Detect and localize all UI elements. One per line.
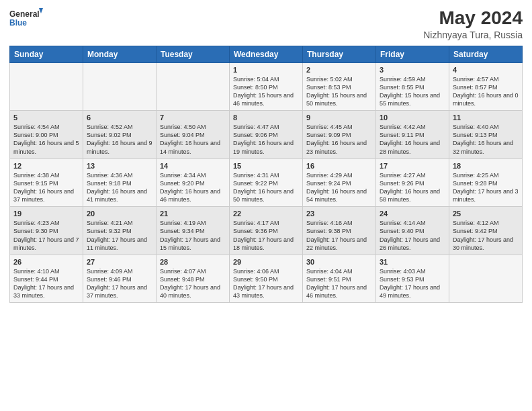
cell-content: Sunrise: 4:38 AM Sunset: 9:15 PM Dayligh… (13, 171, 79, 204)
calendar-body: 1Sunrise: 5:04 AM Sunset: 8:50 PM Daylig… (10, 62, 523, 303)
day-number: 27 (87, 258, 152, 266)
day-number: 6 (87, 113, 152, 122)
day-number: 1 (233, 66, 299, 74)
header-wednesday: Wednesday (230, 46, 303, 62)
calendar-cell: 5Sunrise: 4:54 AM Sunset: 9:00 PM Daylig… (10, 111, 83, 159)
day-number: 3 (380, 66, 445, 74)
calendar-cell: 3Sunrise: 4:59 AM Sunset: 8:55 PM Daylig… (376, 62, 449, 111)
calendar-week-5: 26Sunrise: 4:10 AM Sunset: 9:44 PM Dayli… (10, 255, 523, 303)
header-row: Sunday Monday Tuesday Wednesday Thursday… (10, 46, 523, 62)
cell-content: Sunrise: 4:12 AM Sunset: 9:42 PM Dayligh… (453, 219, 519, 252)
day-number: 30 (306, 258, 372, 266)
day-number: 21 (160, 210, 226, 218)
logo: General Blue (9, 7, 43, 32)
cell-content: Sunrise: 4:09 AM Sunset: 9:46 PM Dayligh… (87, 267, 152, 300)
calendar-cell (157, 62, 230, 111)
day-number: 23 (306, 210, 372, 218)
cell-content: Sunrise: 4:27 AM Sunset: 9:26 PM Dayligh… (380, 171, 445, 204)
day-number: 22 (233, 210, 299, 218)
cell-content: Sunrise: 4:40 AM Sunset: 9:13 PM Dayligh… (453, 123, 519, 156)
header: General Blue May 2024 Nizhnyaya Tura, Ru… (9, 7, 523, 40)
calendar-week-4: 19Sunrise: 4:23 AM Sunset: 9:30 PM Dayli… (10, 207, 523, 255)
page: General Blue May 2024 Nizhnyaya Tura, Ru… (0, 0, 532, 411)
svg-marker-2 (39, 8, 43, 13)
calendar-cell: 26Sunrise: 4:10 AM Sunset: 9:44 PM Dayli… (10, 255, 83, 303)
calendar-cell: 11Sunrise: 4:40 AM Sunset: 9:13 PM Dayli… (449, 111, 523, 159)
cell-content: Sunrise: 4:07 AM Sunset: 9:48 PM Dayligh… (160, 267, 226, 300)
day-number: 8 (233, 113, 299, 122)
logo-svg: General Blue (9, 7, 43, 32)
cell-content: Sunrise: 4:52 AM Sunset: 9:02 PM Dayligh… (87, 123, 152, 156)
calendar-table: Sunday Monday Tuesday Wednesday Thursday… (9, 46, 523, 304)
header-monday: Monday (83, 46, 157, 62)
header-friday: Friday (376, 46, 449, 62)
calendar-week-3: 12Sunrise: 4:38 AM Sunset: 9:15 PM Dayli… (10, 158, 523, 207)
cell-content: Sunrise: 4:42 AM Sunset: 9:11 PM Dayligh… (380, 123, 445, 156)
calendar-cell: 16Sunrise: 4:29 AM Sunset: 9:24 PM Dayli… (303, 158, 376, 207)
cell-content: Sunrise: 4:04 AM Sunset: 9:51 PM Dayligh… (306, 267, 372, 300)
calendar-cell: 29Sunrise: 4:06 AM Sunset: 9:50 PM Dayli… (230, 255, 303, 303)
calendar-week-1: 1Sunrise: 5:04 AM Sunset: 8:50 PM Daylig… (10, 62, 523, 111)
day-number: 28 (160, 258, 226, 266)
day-number: 15 (233, 162, 299, 170)
calendar-cell: 20Sunrise: 4:21 AM Sunset: 9:32 PM Dayli… (83, 207, 157, 255)
cell-content: Sunrise: 4:36 AM Sunset: 9:18 PM Dayligh… (87, 171, 152, 204)
calendar-cell (449, 255, 523, 303)
calendar-cell: 10Sunrise: 4:42 AM Sunset: 9:11 PM Dayli… (376, 111, 449, 159)
day-number: 4 (453, 66, 519, 74)
day-number: 17 (380, 162, 445, 170)
day-number: 11 (453, 113, 519, 122)
cell-content: Sunrise: 4:29 AM Sunset: 9:24 PM Dayligh… (306, 171, 372, 204)
cell-content: Sunrise: 4:34 AM Sunset: 9:20 PM Dayligh… (160, 171, 226, 204)
subtitle: Nizhnyaya Tura, Russia (423, 30, 523, 40)
cell-content: Sunrise: 4:21 AM Sunset: 9:32 PM Dayligh… (87, 219, 152, 252)
calendar-cell: 19Sunrise: 4:23 AM Sunset: 9:30 PM Dayli… (10, 207, 83, 255)
day-number: 16 (306, 162, 372, 170)
calendar-cell: 28Sunrise: 4:07 AM Sunset: 9:48 PM Dayli… (157, 255, 230, 303)
cell-content: Sunrise: 4:16 AM Sunset: 9:38 PM Dayligh… (306, 219, 372, 252)
calendar-header: Sunday Monday Tuesday Wednesday Thursday… (10, 46, 523, 62)
calendar-week-2: 5Sunrise: 4:54 AM Sunset: 9:00 PM Daylig… (10, 111, 523, 159)
cell-content: Sunrise: 4:17 AM Sunset: 9:36 PM Dayligh… (233, 219, 299, 252)
cell-content: Sunrise: 4:54 AM Sunset: 9:00 PM Dayligh… (13, 123, 79, 156)
calendar-cell: 15Sunrise: 4:31 AM Sunset: 9:22 PM Dayli… (230, 158, 303, 207)
calendar-cell: 23Sunrise: 4:16 AM Sunset: 9:38 PM Dayli… (303, 207, 376, 255)
calendar-cell: 24Sunrise: 4:14 AM Sunset: 9:40 PM Dayli… (376, 207, 449, 255)
calendar-cell: 18Sunrise: 4:25 AM Sunset: 9:28 PM Dayli… (449, 158, 523, 207)
calendar-cell: 21Sunrise: 4:19 AM Sunset: 9:34 PM Dayli… (157, 207, 230, 255)
cell-content: Sunrise: 4:03 AM Sunset: 9:53 PM Dayligh… (380, 267, 445, 300)
day-number: 2 (306, 66, 372, 74)
header-sunday: Sunday (10, 46, 83, 62)
calendar-cell: 1Sunrise: 5:04 AM Sunset: 8:50 PM Daylig… (230, 62, 303, 111)
cell-content: Sunrise: 5:02 AM Sunset: 8:53 PM Dayligh… (306, 75, 372, 108)
title-block: May 2024 Nizhnyaya Tura, Russia (423, 7, 523, 40)
day-number: 20 (87, 210, 152, 218)
calendar-cell: 14Sunrise: 4:34 AM Sunset: 9:20 PM Dayli… (157, 158, 230, 207)
calendar-cell: 8Sunrise: 4:47 AM Sunset: 9:06 PM Daylig… (230, 111, 303, 159)
cell-content: Sunrise: 4:59 AM Sunset: 8:55 PM Dayligh… (380, 75, 445, 108)
cell-content: Sunrise: 4:14 AM Sunset: 9:40 PM Dayligh… (380, 219, 445, 252)
day-number: 18 (453, 162, 519, 170)
calendar-cell (10, 62, 83, 111)
cell-content: Sunrise: 4:10 AM Sunset: 9:44 PM Dayligh… (13, 267, 79, 300)
calendar-cell: 17Sunrise: 4:27 AM Sunset: 9:26 PM Dayli… (376, 158, 449, 207)
calendar-cell (83, 62, 157, 111)
calendar-cell: 25Sunrise: 4:12 AM Sunset: 9:42 PM Dayli… (449, 207, 523, 255)
cell-content: Sunrise: 4:57 AM Sunset: 8:57 PM Dayligh… (453, 75, 519, 108)
calendar-cell: 12Sunrise: 4:38 AM Sunset: 9:15 PM Dayli… (10, 158, 83, 207)
day-number: 7 (160, 113, 226, 122)
calendar-cell: 30Sunrise: 4:04 AM Sunset: 9:51 PM Dayli… (303, 255, 376, 303)
day-number: 31 (380, 258, 445, 266)
calendar-cell: 27Sunrise: 4:09 AM Sunset: 9:46 PM Dayli… (83, 255, 157, 303)
cell-content: Sunrise: 5:04 AM Sunset: 8:50 PM Dayligh… (233, 75, 299, 108)
day-number: 26 (13, 258, 79, 266)
day-number: 13 (87, 162, 152, 170)
cell-content: Sunrise: 4:25 AM Sunset: 9:28 PM Dayligh… (453, 171, 519, 204)
calendar-cell: 2Sunrise: 5:02 AM Sunset: 8:53 PM Daylig… (303, 62, 376, 111)
day-number: 14 (160, 162, 226, 170)
calendar-cell: 6Sunrise: 4:52 AM Sunset: 9:02 PM Daylig… (83, 111, 157, 159)
calendar-cell: 31Sunrise: 4:03 AM Sunset: 9:53 PM Dayli… (376, 255, 449, 303)
day-number: 24 (380, 210, 445, 218)
header-thursday: Thursday (303, 46, 376, 62)
day-number: 29 (233, 258, 299, 266)
